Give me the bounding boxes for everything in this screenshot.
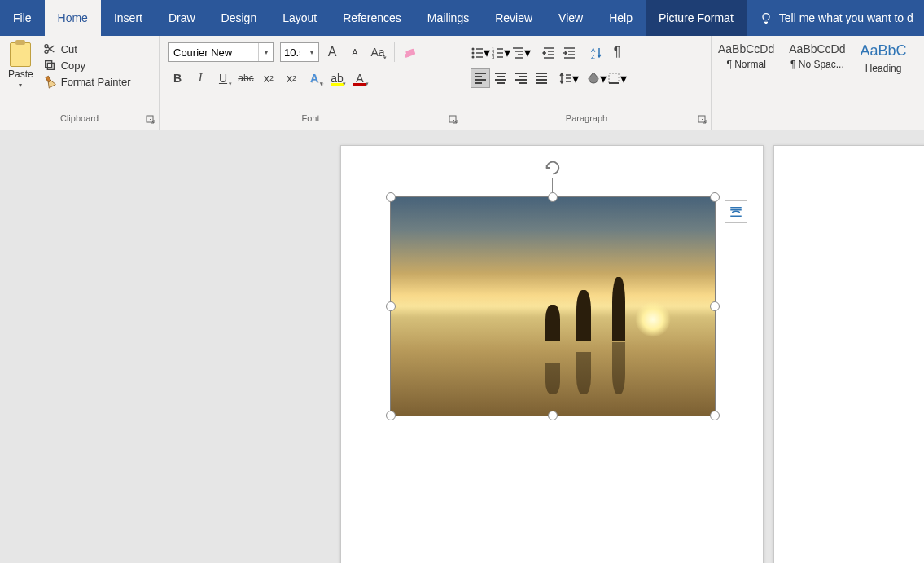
svg-text:3: 3 xyxy=(492,55,495,59)
reflection xyxy=(576,352,591,394)
group-font: ▾ ▾ A A Aa▾ B I U▾ xyxy=(160,36,462,130)
font-group-label: Font xyxy=(301,113,319,123)
paragraph-group-label: Paragraph xyxy=(566,113,607,123)
tab-file[interactable]: File xyxy=(0,0,45,36)
resize-handle-middle-right[interactable] xyxy=(710,301,720,311)
tab-mailings[interactable]: Mailings xyxy=(414,0,482,36)
superscript-button[interactable]: x2 xyxy=(282,68,301,88)
font-size-input[interactable] xyxy=(281,46,304,59)
sort-button[interactable]: AZ xyxy=(587,42,607,62)
style-preview: AaBbC xyxy=(861,42,907,59)
font-name-dropdown[interactable]: ▾ xyxy=(258,43,273,61)
strikethrough-button[interactable]: abc xyxy=(236,68,256,88)
style-heading1-label: Heading xyxy=(865,63,902,74)
resize-handle-top-right[interactable] xyxy=(710,192,720,202)
clipboard-group-label: Clipboard xyxy=(60,113,99,123)
subscript-button[interactable]: x2 xyxy=(259,68,278,88)
rotate-icon xyxy=(544,159,562,177)
silhouette xyxy=(545,305,560,341)
rotate-handle[interactable] xyxy=(543,158,563,178)
decrease-indent-button[interactable] xyxy=(539,42,558,62)
copy-label: Copy xyxy=(61,59,85,72)
style-no-spacing[interactable]: AaBbCcDd ¶ No Spac... xyxy=(786,41,848,72)
tab-home[interactable]: Home xyxy=(45,0,101,36)
resize-handle-middle-left[interactable] xyxy=(386,301,396,311)
justify-button[interactable] xyxy=(532,68,551,88)
resize-handle-top-middle[interactable] xyxy=(548,192,558,202)
tell-me-search[interactable]: Tell me what you want to d xyxy=(747,0,913,36)
paste-dropdown[interactable]: ▾ xyxy=(19,81,22,89)
bold-button[interactable]: B xyxy=(168,68,187,88)
reflection xyxy=(545,363,560,394)
highlight-button[interactable]: ab▾ xyxy=(327,68,347,88)
tab-design[interactable]: Design xyxy=(208,0,270,36)
shading-button[interactable]: ▾ xyxy=(587,68,607,88)
tab-view[interactable]: View xyxy=(545,0,596,36)
page-1[interactable] xyxy=(340,145,764,563)
numbering-button[interactable]: 123▾ xyxy=(491,42,510,62)
tab-draw[interactable]: Draw xyxy=(155,0,208,36)
tab-review[interactable]: Review xyxy=(482,0,545,36)
ribbon: Paste ▾ Cut Copy xyxy=(0,36,924,130)
align-center-button[interactable] xyxy=(491,68,510,88)
clear-formatting-button[interactable] xyxy=(401,42,421,62)
align-left-button[interactable] xyxy=(471,68,490,88)
change-case-button[interactable]: Aa▾ xyxy=(368,42,388,62)
clipboard-dialog-launcher[interactable] xyxy=(146,115,155,125)
document-area[interactable] xyxy=(0,130,924,563)
paste-button[interactable]: Paste ▾ xyxy=(5,39,37,89)
align-right-button[interactable] xyxy=(511,68,531,88)
style-nospacing-label: ¶ No Spac... xyxy=(790,59,844,70)
resize-handle-bottom-right[interactable] xyxy=(710,411,720,420)
svg-rect-7 xyxy=(47,63,54,69)
tab-insert[interactable]: Insert xyxy=(101,0,155,36)
italic-button[interactable]: I xyxy=(190,68,210,88)
show-hide-button[interactable]: ¶ xyxy=(607,42,627,62)
bullets-button[interactable]: ▾ xyxy=(471,42,490,62)
selected-picture[interactable] xyxy=(390,196,716,416)
format-painter-label: Format Painter xyxy=(61,76,131,88)
borders-button[interactable]: ▾ xyxy=(607,68,627,88)
style-normal[interactable]: AaBbCcDd ¶ Normal xyxy=(715,41,777,72)
tab-layout[interactable]: Layout xyxy=(269,0,330,36)
underline-button[interactable]: U▾ xyxy=(213,68,233,88)
silhouette xyxy=(612,277,625,341)
lightbulb-icon xyxy=(760,11,773,24)
svg-rect-8 xyxy=(45,61,51,68)
font-dialog-launcher[interactable] xyxy=(449,115,458,125)
font-size-combo[interactable]: ▾ xyxy=(280,42,319,62)
eraser-icon xyxy=(404,45,418,59)
tab-references[interactable]: References xyxy=(330,0,414,36)
font-size-dropdown[interactable]: ▾ xyxy=(304,43,318,61)
resize-handle-bottom-middle[interactable] xyxy=(548,411,558,420)
paragraph-dialog-launcher[interactable] xyxy=(698,115,707,125)
font-color-button[interactable]: A▾ xyxy=(350,68,370,88)
divider xyxy=(394,42,395,62)
font-name-combo[interactable]: ▾ xyxy=(168,42,274,62)
tab-picture-format[interactable]: Picture Format xyxy=(646,0,747,36)
resize-handle-bottom-left[interactable] xyxy=(386,411,396,420)
scissors-icon xyxy=(43,42,56,55)
layout-options-button[interactable] xyxy=(725,200,747,223)
increase-indent-button[interactable] xyxy=(559,42,579,62)
svg-rect-43 xyxy=(609,73,619,83)
shrink-font-button[interactable]: A xyxy=(345,42,365,62)
page-2[interactable] xyxy=(773,145,924,563)
grow-font-button[interactable]: A xyxy=(322,42,342,62)
text-effects-button[interactable]: A▾ xyxy=(304,68,324,88)
line-spacing-button[interactable]: ▾ xyxy=(559,68,579,88)
multilevel-list-button[interactable]: ▾ xyxy=(511,42,531,62)
format-painter-button[interactable]: Format Painter xyxy=(43,75,131,88)
svg-point-0 xyxy=(763,14,769,20)
copy-button[interactable]: Copy xyxy=(43,59,131,72)
style-heading1[interactable]: AaBbC Heading xyxy=(857,41,910,76)
font-name-input[interactable] xyxy=(169,46,258,59)
style-preview: AaBbCcDd xyxy=(718,42,774,55)
resize-handle-top-left[interactable] xyxy=(386,192,396,202)
group-clipboard: Paste ▾ Cut Copy xyxy=(0,36,160,130)
cut-button[interactable]: Cut xyxy=(43,42,131,55)
paste-icon xyxy=(10,42,31,67)
picture-content xyxy=(391,197,715,416)
paste-label: Paste xyxy=(8,68,33,80)
tab-help[interactable]: Help xyxy=(596,0,646,36)
